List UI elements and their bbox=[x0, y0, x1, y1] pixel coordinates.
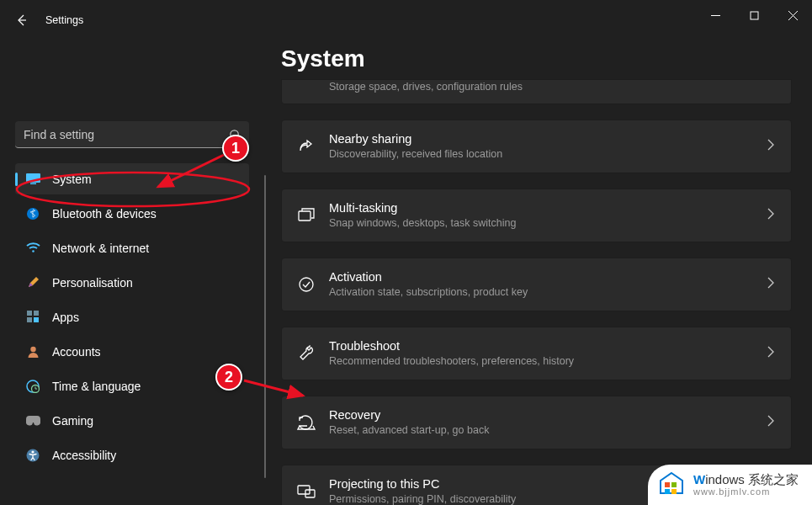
card-desc: Discoverability, received files location bbox=[329, 147, 502, 162]
recovery-icon bbox=[297, 413, 316, 432]
watermark-title: Windows 系统之家 bbox=[693, 472, 799, 486]
wifi-icon bbox=[25, 241, 40, 256]
page-title: System bbox=[281, 45, 792, 72]
sidebar-item-accounts[interactable]: Accounts bbox=[15, 336, 249, 367]
sidebar-item-personalisation[interactable]: Personalisation bbox=[15, 267, 249, 298]
share-icon bbox=[297, 137, 316, 156]
svg-rect-28 bbox=[665, 489, 670, 494]
title-bar: Settings bbox=[0, 0, 812, 40]
sidebar-item-accessibility[interactable]: Accessibility bbox=[15, 439, 249, 470]
svg-rect-27 bbox=[671, 482, 677, 487]
svg-point-14 bbox=[30, 347, 35, 352]
svg-rect-10 bbox=[27, 311, 32, 316]
settings-card-activation[interactable]: Activation Activation state, subscriptio… bbox=[281, 258, 792, 311]
annotation-marker-1: 1 bbox=[222, 135, 249, 162]
minimize-icon bbox=[711, 11, 720, 20]
card-desc: Reset, advanced start-up, go back bbox=[329, 423, 489, 438]
sidebar-item-label: Personalisation bbox=[52, 276, 133, 290]
card-desc: Snap windows, desktops, task switching bbox=[329, 216, 516, 231]
chevron-right-icon bbox=[767, 277, 774, 292]
chevron-right-icon bbox=[767, 139, 774, 154]
card-title: Projecting to this PC bbox=[329, 476, 516, 492]
sidebar-item-label: Apps bbox=[52, 311, 79, 324]
close-icon bbox=[788, 11, 798, 20]
sidebar-item-label: Accounts bbox=[52, 345, 101, 359]
settings-card-recovery[interactable]: Recovery Reset, advanced start-up, go ba… bbox=[281, 396, 792, 449]
maximize-icon bbox=[750, 11, 759, 20]
annotation-ellipse-1 bbox=[13, 170, 252, 209]
svg-rect-19 bbox=[299, 211, 310, 221]
settings-card-list: Storage space, drives, configuration rul… bbox=[281, 79, 792, 505]
watermark: Windows 系统之家 www.bjjmlv.com bbox=[648, 465, 812, 505]
back-button[interactable] bbox=[5, 13, 39, 27]
paintbrush-icon bbox=[25, 275, 40, 290]
card-title: Nearby sharing bbox=[329, 131, 502, 147]
gamepad-icon bbox=[25, 413, 40, 428]
card-title: Recovery bbox=[329, 407, 489, 423]
chevron-right-icon bbox=[767, 415, 774, 430]
svg-rect-29 bbox=[671, 489, 677, 494]
svg-point-9 bbox=[32, 250, 34, 252]
sidebar-item-gaming[interactable]: Gaming bbox=[15, 405, 249, 436]
minimize-button[interactable] bbox=[696, 2, 735, 29]
search-input[interactable] bbox=[15, 121, 249, 148]
chevron-right-icon bbox=[767, 208, 774, 223]
svg-point-20 bbox=[300, 278, 313, 291]
settings-card-multitasking[interactable]: Multi-tasking Snap windows, desktops, ta… bbox=[281, 189, 792, 242]
chevron-right-icon bbox=[767, 346, 774, 361]
settings-card-storage[interactable]: Storage space, drives, configuration rul… bbox=[281, 79, 792, 104]
svg-rect-11 bbox=[34, 311, 39, 316]
card-desc: Activation state, subscriptions, product… bbox=[329, 285, 528, 300]
card-title: Activation bbox=[329, 269, 528, 285]
search-field[interactable] bbox=[15, 121, 249, 148]
watermark-url: www.bjjmlv.com bbox=[693, 486, 799, 497]
sidebar-item-label: Time & language bbox=[52, 380, 141, 393]
apps-icon bbox=[25, 310, 40, 325]
clock-globe-icon bbox=[25, 379, 40, 394]
arrow-left-icon bbox=[15, 13, 29, 27]
sidebar-item-label: Accessibility bbox=[52, 449, 116, 462]
svg-rect-12 bbox=[27, 317, 32, 322]
person-icon bbox=[25, 344, 40, 359]
card-title: Multi-tasking bbox=[329, 200, 516, 216]
settings-card-troubleshoot[interactable]: Troubleshoot Recommended troubleshooters… bbox=[281, 327, 792, 380]
window-controls bbox=[696, 12, 812, 29]
sidebar-nav: System Bluetooth & devices Network & int… bbox=[15, 163, 249, 470]
accessibility-icon bbox=[25, 448, 40, 463]
watermark-logo-icon bbox=[656, 470, 687, 500]
sidebar-item-apps[interactable]: Apps bbox=[15, 301, 249, 332]
sidebar-item-label: Gaming bbox=[52, 414, 93, 428]
projecting-icon bbox=[297, 482, 316, 501]
multitask-icon bbox=[297, 206, 316, 225]
main-content: System Storage space, drives, configurat… bbox=[261, 40, 812, 505]
svg-rect-13 bbox=[34, 317, 39, 322]
svg-rect-1 bbox=[751, 12, 758, 19]
maximize-button[interactable] bbox=[735, 2, 773, 29]
card-title: Troubleshoot bbox=[329, 338, 574, 354]
svg-point-24 bbox=[17, 173, 249, 206]
card-desc: Permissions, pairing PIN, discoverabilit… bbox=[329, 492, 516, 505]
check-circle-icon bbox=[297, 275, 316, 294]
card-desc: Recommended troubleshooters, preferences… bbox=[329, 354, 574, 369]
svg-rect-26 bbox=[665, 482, 670, 487]
settings-card-nearby-sharing[interactable]: Nearby sharing Discoverability, received… bbox=[281, 120, 792, 173]
sidebar-item-label: Network & internet bbox=[52, 242, 149, 255]
close-button[interactable] bbox=[773, 2, 812, 29]
sidebar: System Bluetooth & devices Network & int… bbox=[0, 40, 261, 505]
sidebar-item-network[interactable]: Network & internet bbox=[15, 232, 249, 263]
card-desc: Storage space, drives, configuration rul… bbox=[329, 80, 523, 94]
svg-point-18 bbox=[31, 450, 34, 453]
app-title: Settings bbox=[45, 14, 83, 26]
wrench-icon bbox=[297, 344, 316, 363]
sidebar-item-time[interactable]: Time & language bbox=[15, 370, 249, 401]
annotation-marker-2: 2 bbox=[215, 364, 242, 391]
